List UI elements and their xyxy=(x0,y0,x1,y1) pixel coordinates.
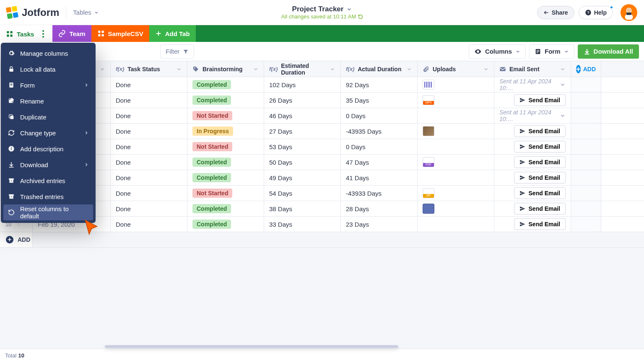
cell-actual[interactable]: 28 Days xyxy=(341,201,418,216)
cell-uploads[interactable] xyxy=(418,155,494,170)
cell-email-sent[interactable]: Send Email xyxy=(494,186,571,201)
cell-brainstorming[interactable]: Completed xyxy=(187,217,264,232)
table-row[interactable]: DoneCompleted49 Days41 DaysSend Email xyxy=(0,170,644,186)
cell-task-status[interactable]: Done xyxy=(111,124,187,139)
cell-actual[interactable]: 41 Days xyxy=(341,170,418,185)
cell-brainstorming[interactable]: Not Started xyxy=(187,108,264,123)
cell-uploads[interactable] xyxy=(418,77,494,92)
table-row[interactable]: DoneCompleted102 Days92 DaysSent at 11 A… xyxy=(0,77,644,93)
download-all-button[interactable]: Download All xyxy=(578,44,639,59)
send-email-button[interactable]: Send Email xyxy=(514,125,566,137)
share-button[interactable]: Share xyxy=(537,6,574,19)
menu-item-download[interactable]: Download xyxy=(1,157,96,173)
cell-brainstorming[interactable]: Completed xyxy=(187,201,264,216)
cell-actual[interactable]: -43935 Days xyxy=(341,124,418,139)
tab-tasks[interactable]: Tasks xyxy=(0,25,52,42)
cell-email-sent[interactable]: Send Email xyxy=(494,217,571,232)
cell-brainstorming[interactable]: In Progress xyxy=(187,124,264,139)
menu-item-rename[interactable]: Rename xyxy=(1,93,96,109)
add-tab-button[interactable]: Add Tab xyxy=(149,25,196,42)
attachment-thumbnail[interactable] xyxy=(423,157,434,167)
cell-brainstorming[interactable]: Completed xyxy=(187,93,264,108)
table-row[interactable]: DoneNot Started53 Days0 DaysSend Email xyxy=(0,139,644,155)
cell-task-status[interactable]: Done xyxy=(111,170,187,185)
cell-task-status[interactable]: Done xyxy=(111,201,187,216)
menu-item-archived-entries[interactable]: Archived entries xyxy=(1,173,96,189)
table-row[interactable]: DoneCompleted50 Days47 DaysSend Email xyxy=(0,155,644,170)
cell-estimated[interactable]: 46 Days xyxy=(264,108,341,123)
tab-samplecsv[interactable]: SampleCSV xyxy=(91,25,149,42)
attachment-thumbnail[interactable] xyxy=(423,95,434,105)
table-row[interactable]: DoneNot Started54 Days-43933 DaysSend Em… xyxy=(0,186,644,201)
cell-email-sent[interactable]: Sent at 11 Apr 2024 10:… xyxy=(494,108,571,123)
attachment-thumbnail[interactable] xyxy=(423,126,434,136)
cell-email-sent[interactable]: Send Email xyxy=(494,124,571,139)
menu-item-change-type[interactable]: Change type xyxy=(1,125,96,141)
cell-brainstorming[interactable]: Completed xyxy=(187,155,264,170)
column-header-task-status[interactable]: f(x) Task Status xyxy=(111,61,187,77)
add-row[interactable]: + ADD xyxy=(0,232,644,248)
avatar[interactable] xyxy=(621,4,637,21)
column-header-brainstorming[interactable]: Brainstorming xyxy=(187,61,264,77)
menu-item-duplicate[interactable]: Duplicate xyxy=(1,109,96,125)
table-row[interactable]: 10☆Feb 19, 2020DoneCompleted33 Days23 Da… xyxy=(0,217,644,232)
cell-actual[interactable]: 47 Days xyxy=(341,155,418,170)
column-header-uploads[interactable]: Uploads xyxy=(418,61,494,77)
cell-uploads[interactable] xyxy=(418,170,494,185)
chevron-down-icon[interactable] xyxy=(560,82,566,88)
menu-item-add-description[interactable]: Add description xyxy=(1,141,96,157)
table-row[interactable]: DoneNot Started46 Days0 DaysSent at 11 A… xyxy=(0,108,644,124)
cell-uploads[interactable] xyxy=(418,124,494,139)
menu-item-trashed-entries[interactable]: Trashed entries xyxy=(1,189,96,204)
cell-email-sent[interactable]: Send Email xyxy=(494,201,571,216)
horizontal-scrollbar[interactable] xyxy=(105,345,398,348)
cell-actual[interactable]: 92 Days xyxy=(341,77,418,92)
send-email-button[interactable]: Send Email xyxy=(514,172,566,184)
column-header-estimated[interactable]: f(x) Estimated Duration xyxy=(264,61,341,77)
page-title[interactable]: Project Tracker xyxy=(292,5,344,13)
form-button[interactable]: Form xyxy=(529,44,574,59)
cell-estimated[interactable]: 50 Days xyxy=(264,155,341,170)
send-email-button[interactable]: Send Email xyxy=(514,203,566,215)
cell-actual[interactable]: 0 Days xyxy=(341,139,418,154)
cell-estimated[interactable]: 33 Days xyxy=(264,217,341,232)
cell-brainstorming[interactable]: Not Started xyxy=(187,186,264,201)
cell-task-status[interactable]: Done xyxy=(111,217,187,232)
cell-email-sent[interactable]: Send Email xyxy=(494,93,571,108)
cell-uploads[interactable] xyxy=(418,108,494,123)
cell-uploads[interactable] xyxy=(418,201,494,216)
columns-button[interactable]: Columns xyxy=(469,44,526,59)
send-email-button[interactable]: Send Email xyxy=(514,94,566,106)
send-email-button[interactable]: Send Email xyxy=(514,187,566,199)
cell-uploads[interactable] xyxy=(418,186,494,201)
cell-estimated[interactable]: 49 Days xyxy=(264,170,341,185)
table-row[interactable]: DoneCompleted26 Days35 DaysSend Email xyxy=(0,93,644,108)
send-email-button[interactable]: Send Email xyxy=(514,218,566,230)
cell-task-status[interactable]: Done xyxy=(111,186,187,201)
attachment-thumbnail[interactable] xyxy=(423,80,434,90)
help-button[interactable]: ? Help xyxy=(579,6,613,19)
filter-button[interactable]: Filter xyxy=(160,44,194,59)
column-header-actual[interactable]: f(x) Actual Duration xyxy=(341,61,418,77)
attachment-thumbnail[interactable] xyxy=(423,188,434,198)
cell-task-status[interactable]: Done xyxy=(111,77,187,92)
cell-task-status[interactable]: Done xyxy=(111,139,187,154)
chevron-down-icon[interactable] xyxy=(346,6,352,12)
add-column-button[interactable]: + ADD xyxy=(571,61,601,77)
cell-email-sent[interactable]: Send Email xyxy=(494,155,571,170)
cell-brainstorming[interactable]: Completed xyxy=(187,170,264,185)
cell-estimated[interactable]: 54 Days xyxy=(264,186,341,201)
send-email-button[interactable]: Send Email xyxy=(514,156,566,168)
cell-task-status[interactable]: Done xyxy=(111,93,187,108)
menu-item-lock-all-data[interactable]: Lock all data xyxy=(1,61,96,77)
section-dropdown[interactable]: Tables xyxy=(73,9,99,16)
cell-actual[interactable]: 0 Days xyxy=(341,108,418,123)
cell-uploads[interactable] xyxy=(418,217,494,232)
cell-actual[interactable]: 23 Days xyxy=(341,217,418,232)
cell-estimated[interactable]: 27 Days xyxy=(264,124,341,139)
column-header-email-sent[interactable]: Email Sent xyxy=(494,61,571,77)
cell-actual[interactable]: 35 Days xyxy=(341,93,418,108)
cell-estimated[interactable]: 38 Days xyxy=(264,201,341,216)
cell-email-sent[interactable]: Send Email xyxy=(494,139,571,154)
menu-item-manage-columns[interactable]: Manage columns xyxy=(1,45,96,61)
